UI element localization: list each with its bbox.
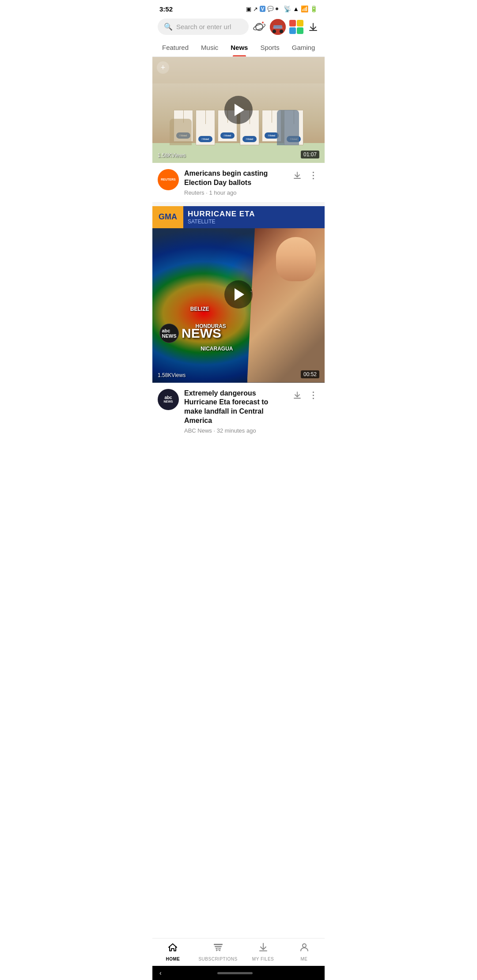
play-button-hurricane[interactable] (224, 280, 253, 309)
download-election-button[interactable] (291, 169, 303, 181)
abc-circle-text: abcNEWS (162, 328, 177, 339)
sim-icon: ▣ (246, 6, 251, 12)
abc-news-wordmark: NEWS (182, 326, 221, 341)
tab-featured[interactable]: Featured (156, 38, 195, 57)
svg-point-5 (273, 30, 276, 33)
play-triangle-election (235, 104, 244, 116)
election-actions: ⋮ (291, 169, 319, 181)
duration-election: 01:07 (301, 151, 319, 158)
duration-hurricane: 00:52 (301, 370, 319, 378)
status-time: 3:52 (159, 5, 173, 13)
abc-circle: abcNEWS (159, 324, 179, 343)
belize-label: BELIZE (190, 306, 209, 312)
booth-2: I Voted (196, 110, 215, 145)
booth-divider-5 (272, 110, 272, 123)
grid-sq-blue (289, 27, 296, 34)
search-bar[interactable]: 🔍 Search or enter url (158, 19, 249, 35)
voted-sticker-2: I Voted (198, 136, 212, 142)
election-news-title: Americans begin casting Election Day bal… (184, 169, 286, 188)
hurricane-title-sub: SATELLITE (188, 219, 320, 225)
voted-text-4: I Voted (246, 138, 253, 140)
hurricane-sep: · (213, 427, 216, 434)
hurricane-time: 32 minutes ago (217, 427, 256, 434)
svg-rect-7 (273, 25, 282, 29)
download-icon-hurricane (293, 391, 302, 400)
voted-text-2: I Voted (202, 138, 209, 140)
vcheck-icon: V (260, 6, 265, 12)
gma-logo: GMA (152, 206, 183, 228)
election-news-content: Americans begin casting Election Day bal… (184, 169, 286, 196)
cast-icon: 📡 (284, 5, 291, 12)
avatar-car-image (270, 19, 286, 35)
tab-news[interactable]: News (224, 38, 254, 57)
hurricane-news-meta: ABC News · 32 minutes ago (184, 427, 286, 434)
download-icon-election (293, 171, 302, 180)
status-icons: ▣ ↗ V 💬 📡 ▲ 📶 🔋 (246, 5, 318, 12)
section-separator (152, 203, 325, 206)
election-source: Reuters (184, 189, 204, 196)
grid-sq-green (297, 27, 303, 34)
ceiling (152, 57, 325, 83)
wifi-icon: ▲ (293, 5, 299, 12)
video-card-hurricane: GMA HURRICANE ETA SATELLITE JAMAICA BELI… (152, 206, 325, 383)
hurricane-news-content: Extremely dangerous Hurricane Eta foreca… (184, 389, 286, 434)
person-1 (170, 119, 192, 145)
chart-icon: ↗ (253, 6, 258, 12)
signal-icon: 📶 (301, 5, 308, 12)
reuters-logo-text: REUTERS (161, 178, 175, 181)
search-placeholder: Search or enter url (176, 23, 231, 30)
notification-dot (261, 21, 265, 24)
views-election: 1.58KViews (158, 152, 186, 158)
hurricane-actions: ⋮ (291, 389, 319, 401)
reporter-face (276, 237, 316, 281)
tab-apps[interactable]: Apps (321, 38, 325, 57)
voted-text-5: I Voted (268, 134, 275, 137)
apps-grid-button[interactable] (289, 20, 303, 34)
play-button-election[interactable] (224, 96, 253, 124)
election-news-meta: Reuters · 1 hour ago (184, 189, 286, 196)
voted-sticker-4: I Voted (242, 136, 257, 142)
video-card-election: I Voted I Voted I Voted I Voted (152, 57, 325, 163)
hurricane-news-title: Extremely dangerous Hurricane Eta foreca… (184, 389, 286, 426)
category-tabs: Featured Music News Sports Gaming Apps (152, 38, 325, 57)
download-button-top[interactable] (307, 21, 319, 33)
hurricane-title-block: HURRICANE ETA SATELLITE (183, 206, 325, 228)
election-time: 1 hour ago (209, 189, 236, 196)
tab-gaming[interactable]: Gaming (286, 38, 322, 57)
play-triangle-hurricane (235, 288, 244, 301)
tab-sports[interactable]: Sports (254, 38, 285, 57)
hurricane-source: ABC News (184, 427, 212, 434)
search-icon: 🔍 (164, 23, 173, 31)
more-election-button[interactable]: ⋮ (307, 169, 319, 181)
battery-icon: 🔋 (310, 5, 318, 12)
user-avatar[interactable] (270, 19, 286, 35)
planet-button[interactable] (252, 20, 266, 34)
hurricane-title-main: HURRICANE ETA (188, 210, 320, 219)
abc-news-logo-overlay: abcNEWS NEWS (159, 324, 221, 343)
download-icon-svg (308, 22, 318, 32)
gma-header-bar: GMA HURRICANE ETA SATELLITE (152, 206, 325, 228)
tab-music[interactable]: Music (195, 38, 224, 57)
news-item-election: REUTERS Americans begin casting Election… (152, 163, 325, 203)
more-hurricane-button[interactable]: ⋮ (307, 389, 319, 401)
status-bar: 3:52 ▣ ↗ V 💬 📡 ▲ 📶 🔋 (152, 0, 325, 16)
views-hurricane: 1.58KViews (158, 372, 186, 378)
booth-divider-2 (205, 110, 206, 124)
reuters-logo: REUTERS (158, 169, 179, 190)
grid-sq-red (289, 20, 296, 26)
dot-icon (276, 8, 278, 10)
grid-sq-yellow (297, 20, 303, 26)
bottom-spacer (152, 440, 325, 493)
voted-text-3: I Voted (224, 134, 231, 137)
svg-point-6 (280, 30, 283, 33)
msg-icon: 💬 (267, 6, 274, 12)
nicaragua-label: NICARAGUA (201, 346, 233, 352)
abc-logo-text: abc NEWS (164, 395, 173, 403)
add-button-election[interactable]: + (157, 61, 169, 74)
reporter-silhouette (247, 228, 325, 383)
news-item-hurricane: abc NEWS Extremely dangerous Hurricane E… (152, 383, 325, 440)
voted-sticker-3: I Voted (220, 132, 235, 139)
header-row: 🔍 Search or enter url (152, 16, 325, 38)
download-hurricane-button[interactable] (291, 389, 303, 401)
abc-logo: abc NEWS (158, 389, 179, 410)
